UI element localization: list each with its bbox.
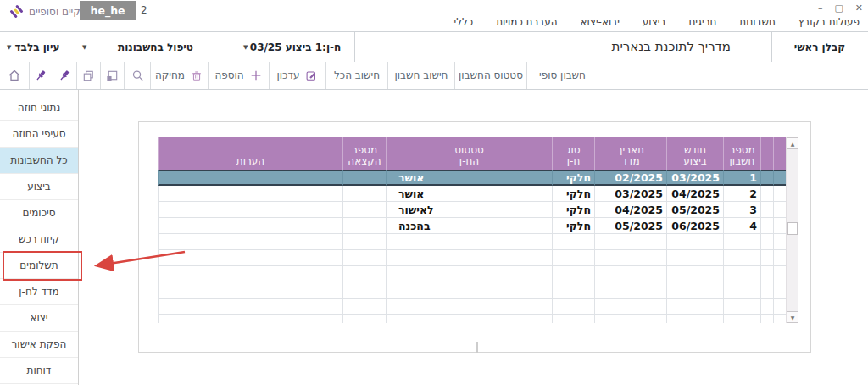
empty-cell[interactable]: [594, 266, 666, 282]
sidebar-item-issue-approval[interactable]: הפקת אישור: [0, 332, 78, 358]
table-cell-indicator[interactable]: [760, 170, 773, 186]
home-button[interactable]: [0, 62, 30, 89]
empty-cell[interactable]: [760, 299, 773, 315]
table-cell-index-date[interactable]: 02/2025: [594, 170, 666, 186]
table-cell-notes[interactable]: [158, 218, 342, 234]
menu-item-general[interactable]: כללי: [453, 16, 473, 28]
empty-cell[interactable]: [158, 250, 342, 266]
add-button[interactable]: הוספה: [209, 62, 270, 89]
table-cell-notes[interactable]: [158, 170, 342, 186]
delete-button[interactable]: מחיקה: [151, 62, 209, 89]
empty-cell[interactable]: [760, 234, 773, 250]
table-cell-account-status[interactable]: בהכנה: [386, 218, 552, 234]
menu-item-import-export[interactable]: יבוא-יצוא: [581, 16, 620, 28]
table-cell-account-number[interactable]: 1: [723, 170, 760, 186]
table-cell-index-date[interactable]: 04/2025: [594, 202, 666, 218]
calculate-account-button[interactable]: חישוב חשבון: [388, 62, 455, 89]
minimize-icon[interactable]: –: [818, 3, 823, 14]
menu-item-execution[interactable]: ביצוע: [643, 16, 666, 28]
empty-cell[interactable]: [552, 299, 594, 315]
export-window-button[interactable]: [101, 62, 125, 89]
final-account-button[interactable]: חשבון סופי: [527, 62, 598, 89]
empty-cell[interactable]: [773, 250, 786, 266]
column-header-account-number[interactable]: מספרחשבון: [723, 137, 760, 170]
empty-cell[interactable]: [723, 266, 760, 282]
empty-cell[interactable]: [773, 266, 786, 282]
table-cell-execution-month[interactable]: 06/2025: [666, 218, 723, 234]
sidebar-item-summaries[interactable]: סיכומים: [0, 200, 78, 226]
table-cell-execution-month[interactable]: 03/2025: [666, 170, 723, 186]
column-header-allocation-number[interactable]: מספרהקצאה: [342, 137, 386, 170]
table-cell-execution-month[interactable]: 04/2025: [666, 186, 723, 202]
empty-cell[interactable]: [760, 266, 773, 282]
table-cell-indicator[interactable]: [760, 218, 773, 234]
empty-cell[interactable]: [552, 234, 594, 250]
column-header-notes[interactable]: הערות: [158, 137, 342, 170]
table-cell-allocation[interactable]: [342, 202, 386, 218]
scrollbar-thumb[interactable]: [787, 222, 798, 235]
empty-cell[interactable]: [773, 234, 786, 250]
empty-cell[interactable]: [723, 315, 760, 323]
table-cell-account-type[interactable]: חלקי: [552, 186, 594, 202]
maximize-icon[interactable]: ▢: [834, 3, 843, 14]
empty-cell[interactable]: [158, 299, 342, 315]
menu-item-quantity-transfer[interactable]: העברת כמויות: [496, 16, 557, 28]
table-cell-indicator[interactable]: [773, 170, 786, 186]
empty-cell[interactable]: [386, 234, 552, 250]
table-cell-account-type[interactable]: חלקי: [552, 170, 594, 186]
empty-cell[interactable]: [666, 282, 723, 299]
empty-cell[interactable]: [386, 282, 552, 299]
view-mode-dropdown[interactable]: עיון בלבד ▼: [0, 32, 75, 62]
duplicate-button[interactable]: [77, 62, 101, 89]
empty-cell[interactable]: [723, 282, 760, 299]
empty-cell[interactable]: [773, 315, 786, 323]
table-cell-allocation[interactable]: [342, 186, 386, 202]
empty-cell[interactable]: [342, 282, 386, 299]
table-cell-indicator[interactable]: [760, 202, 773, 218]
empty-cell[interactable]: [386, 266, 552, 282]
empty-cell[interactable]: [552, 315, 594, 323]
sidebar-item-all-accounts[interactable]: כל החשבונות: [0, 148, 78, 174]
sidebar-item-purchase-offset[interactable]: קיזוז רכש: [0, 226, 78, 253]
empty-cell[interactable]: [342, 250, 386, 266]
empty-cell[interactable]: [158, 282, 342, 299]
empty-cell[interactable]: [594, 299, 666, 315]
empty-cell[interactable]: [552, 266, 594, 282]
column-header-index-date[interactable]: תאריךמדד: [594, 137, 666, 170]
scroll-down-button[interactable]: ▼: [787, 311, 798, 323]
empty-cell[interactable]: [342, 299, 386, 315]
empty-cell[interactable]: [342, 234, 386, 250]
empty-cell[interactable]: [760, 282, 773, 299]
empty-cell[interactable]: [158, 266, 342, 282]
empty-cell[interactable]: [386, 299, 552, 315]
sidebar-item-contract-sections[interactable]: סעיפי החוזה: [0, 121, 78, 148]
empty-cell[interactable]: [666, 234, 723, 250]
sidebar-item-account-index[interactable]: מדד לח-ן: [0, 279, 78, 305]
column-header-account-status[interactable]: סטטוסהח-ן: [386, 137, 552, 170]
empty-cell[interactable]: [760, 315, 773, 323]
empty-cell[interactable]: [342, 315, 386, 323]
account-status-button[interactable]: סטטוס החשבון: [455, 62, 527, 89]
close-icon[interactable]: ✕: [855, 3, 863, 14]
update-button[interactable]: עדכון: [270, 62, 326, 89]
table-cell-account-number[interactable]: 3: [723, 202, 760, 218]
empty-cell[interactable]: [386, 250, 552, 266]
table-cell-indicator[interactable]: [773, 202, 786, 218]
table-vertical-scrollbar[interactable]: ▲ ▼: [786, 137, 798, 323]
table-cell-account-status[interactable]: לאישור: [386, 202, 552, 218]
empty-cell[interactable]: [666, 315, 723, 323]
table-cell-account-status[interactable]: אושר: [386, 186, 552, 202]
empty-cell[interactable]: [773, 299, 786, 315]
sidebar-item-contract-data[interactable]: נתוני חוזה: [0, 95, 78, 121]
table-cell-execution-month[interactable]: 05/2025: [666, 202, 723, 218]
table-cell-account-type[interactable]: חלקי: [552, 202, 594, 218]
column-header-account-type[interactable]: סוגח-ן: [552, 137, 594, 170]
empty-cell[interactable]: [342, 266, 386, 282]
empty-cell[interactable]: [594, 250, 666, 266]
floating-tab-he-he[interactable]: he_he: [80, 1, 136, 20]
table-cell-indicator[interactable]: [773, 186, 786, 202]
table-cell-indicator[interactable]: [760, 186, 773, 202]
table-cell-index-date[interactable]: 03/2025: [594, 186, 666, 202]
empty-cell[interactable]: [158, 234, 342, 250]
empty-cell[interactable]: [594, 282, 666, 299]
